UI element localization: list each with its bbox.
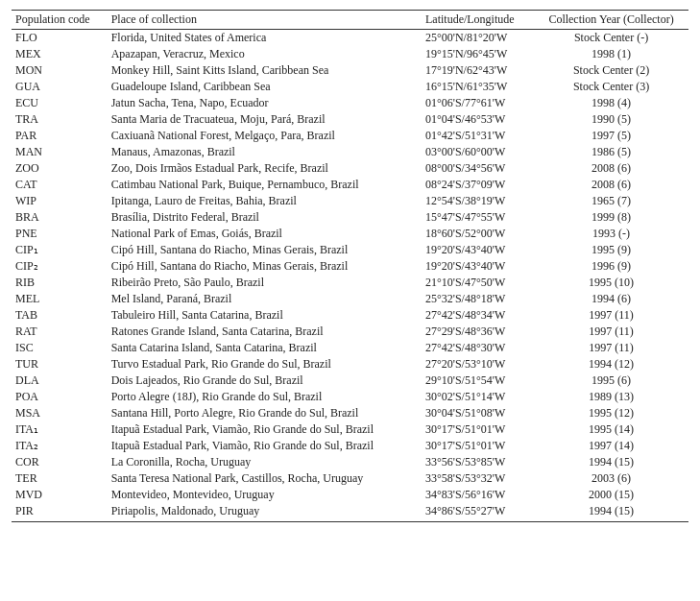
place-of-collection: Turvo Estadual Park, Rio Grande do Sul, …: [108, 356, 422, 373]
place-of-collection: Montevideo, Montevideo, Uruguay: [108, 487, 422, 503]
population-code: ISC: [12, 340, 108, 356]
collection-year: 1986 (5): [534, 144, 688, 160]
population-table: Population code Place of collection Lati…: [12, 10, 688, 519]
collection-year: 2003 (6): [534, 470, 688, 487]
place-of-collection: Tabuleiro Hill, Santa Catarina, Brazil: [108, 307, 422, 324]
latitude-longitude: 19°20'S/43°40'W: [422, 242, 534, 258]
place-of-collection: Santana Hill, Porto Alegre, Rio Grande d…: [108, 405, 422, 421]
collection-year: 1994 (12): [534, 356, 688, 373]
population-code: ZOO: [12, 160, 108, 177]
table-row: ZOOZoo, Dois Irmãos Estadual Park, Recif…: [12, 160, 688, 177]
latitude-longitude: 27°42'S/48°30'W: [422, 340, 534, 356]
table-row: POAPorto Alegre (18J), Rio Grande do Sul…: [12, 389, 688, 405]
population-code: TER: [12, 470, 108, 487]
collection-year: Stock Center (2): [534, 62, 688, 79]
latitude-longitude: 19°20'S/43°40'W: [422, 258, 534, 275]
table-row: CATCatimbau National Park, Buique, Perna…: [12, 177, 688, 193]
population-code: MSA: [12, 405, 108, 421]
place-of-collection: Cipó Hill, Santana do Riacho, Minas Gera…: [108, 242, 422, 258]
collection-year: 1997 (14): [534, 438, 688, 454]
place-of-collection: Manaus, Amazonas, Brazil: [108, 144, 422, 160]
population-code: MEL: [12, 291, 108, 307]
collection-year: Stock Center (3): [534, 79, 688, 95]
population-code: COR: [12, 454, 108, 470]
place-of-collection: Mel Island, Paraná, Brazil: [108, 291, 422, 307]
place-of-collection: National Park of Emas, Goiás, Brazil: [108, 226, 422, 242]
latitude-longitude: 30°04'S/51°08'W: [422, 405, 534, 421]
population-code: TRA: [12, 111, 108, 128]
place-of-collection: Itapuã Estadual Park, Viamão, Rio Grande…: [108, 438, 422, 454]
table-bottom-border: [12, 521, 688, 522]
table-row: DLADois Lajeados, Rio Grande do Sul, Bra…: [12, 373, 688, 389]
table-row: ECUJatun Sacha, Tena, Napo, Ecuador01°06…: [12, 95, 688, 111]
latitude-longitude: 27°29'S/48°36'W: [422, 324, 534, 340]
latitude-longitude: 25°32'S/48°18'W: [422, 291, 534, 307]
table-row: CORLa Coronilla, Rocha, Uruguay33°56'S/5…: [12, 454, 688, 470]
population-code: POA: [12, 389, 108, 405]
collection-year: 1994 (6): [534, 291, 688, 307]
collection-year: 1990 (5): [534, 111, 688, 128]
place-of-collection: Catimbau National Park, Buique, Pernambu…: [108, 177, 422, 193]
latitude-longitude: 30°17'S/51°01'W: [422, 438, 534, 454]
collection-year: 1993 (-): [534, 226, 688, 242]
latitude-longitude: 33°56'S/53°85'W: [422, 454, 534, 470]
collection-year: 2008 (6): [534, 160, 688, 177]
table-row: MONMonkey Hill, Saint Kitts Island, Cari…: [12, 62, 688, 79]
table-row: CIP₂Cipó Hill, Santana do Riacho, Minas …: [12, 258, 688, 275]
latitude-longitude: 16°15'N/61°35'W: [422, 79, 534, 95]
place-of-collection: La Coronilla, Rocha, Uruguay: [108, 454, 422, 470]
population-code: CIP₁: [12, 242, 108, 258]
collection-year: 1994 (15): [534, 454, 688, 470]
collection-year: 1997 (5): [534, 128, 688, 144]
population-code: MON: [12, 62, 108, 79]
latitude-longitude: 33°58'S/53°32'W: [422, 470, 534, 487]
population-code: MVD: [12, 487, 108, 503]
latitude-longitude: 30°02'S/51°14'W: [422, 389, 534, 405]
collection-year: Stock Center (-): [534, 30, 688, 47]
population-code: ITA₂: [12, 438, 108, 454]
place-of-collection: Cipó Hill, Santana do Riacho, Minas Gera…: [108, 258, 422, 275]
collection-year: 1995 (14): [534, 421, 688, 438]
latitude-longitude: 21°10'S/47°50'W: [422, 275, 534, 291]
population-code: TAB: [12, 307, 108, 324]
population-code: TUR: [12, 356, 108, 373]
population-code: WIP: [12, 193, 108, 209]
latitude-longitude: 01°06'S/77°61'W: [422, 95, 534, 111]
latitude-longitude: 34°83'S/56°16'W: [422, 487, 534, 503]
table-row: RATRatones Grande Island, Santa Catarina…: [12, 324, 688, 340]
collection-year: 1989 (13): [534, 389, 688, 405]
table-row: MANManaus, Amazonas, Brazil03°00'S/60°00…: [12, 144, 688, 160]
place-of-collection: Ratones Grande Island, Santa Catarina, B…: [108, 324, 422, 340]
table-row: ISCSanta Catarina Island, Santa Catarina…: [12, 340, 688, 356]
population-code: ECU: [12, 95, 108, 111]
place-of-collection: Porto Alegre (18J), Rio Grande do Sul, B…: [108, 389, 422, 405]
population-code: CIP₂: [12, 258, 108, 275]
collection-year: 1998 (4): [534, 95, 688, 111]
place-of-collection: Santa Maria de Tracuateua, Moju, Pará, B…: [108, 111, 422, 128]
place-of-collection: Guadeloupe Island, Caribbean Sea: [108, 79, 422, 95]
table-row: ITA₂Itapuã Estadual Park, Viamão, Rio Gr…: [12, 438, 688, 454]
table-row: TRASanta Maria de Tracuateua, Moju, Pará…: [12, 111, 688, 128]
table-row: MELMel Island, Paraná, Brazil25°32'S/48°…: [12, 291, 688, 307]
latitude-longitude: 08°00'S/34°56'W: [422, 160, 534, 177]
collection-year: 1995 (9): [534, 242, 688, 258]
table-row: TURTurvo Estadual Park, Rio Grande do Su…: [12, 356, 688, 373]
table-row: WIPIpitanga, Lauro de Freitas, Bahia, Br…: [12, 193, 688, 209]
place-of-collection: Piriapolis, Maldonado, Uruguay: [108, 503, 422, 519]
collection-year: 1996 (9): [534, 258, 688, 275]
population-code: PIR: [12, 503, 108, 519]
table-row: GUAGuadeloupe Island, Caribbean Sea16°15…: [12, 79, 688, 95]
place-of-collection: Monkey Hill, Saint Kitts Island, Caribbe…: [108, 62, 422, 79]
table-row: TABTabuleiro Hill, Santa Catarina, Brazi…: [12, 307, 688, 324]
population-code: BRA: [12, 209, 108, 226]
collection-year: 1998 (1): [534, 46, 688, 62]
collection-year: 1994 (15): [534, 503, 688, 519]
latitude-longitude: 27°20'S/53°10'W: [422, 356, 534, 373]
collection-year: 1997 (11): [534, 324, 688, 340]
place-of-collection: Ribeirão Preto, São Paulo, Brazil: [108, 275, 422, 291]
collection-year: 1965 (7): [534, 193, 688, 209]
latitude-longitude: 17°19'N/62°43'W: [422, 62, 534, 79]
population-code: CAT: [12, 177, 108, 193]
latitude-longitude: 01°42'S/51°31'W: [422, 128, 534, 144]
place-of-collection: Santa Teresa National Park, Castillos, R…: [108, 470, 422, 487]
